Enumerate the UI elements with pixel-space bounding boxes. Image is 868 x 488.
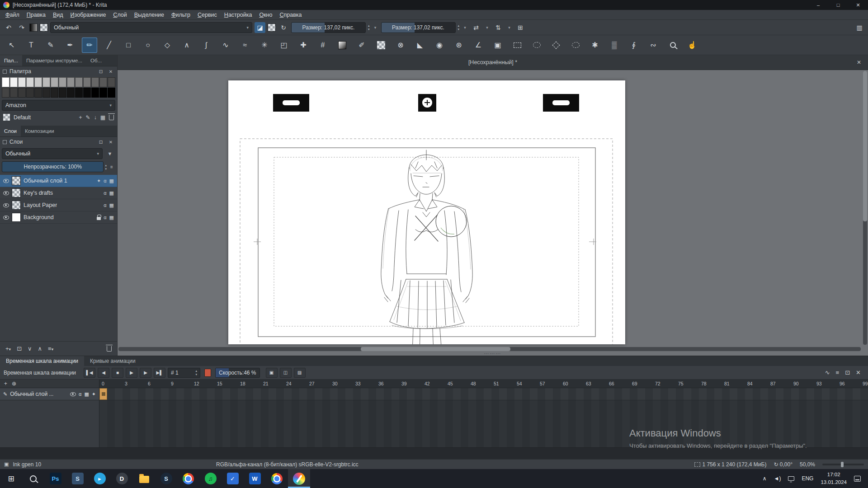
- tab-compositions[interactable]: Композиции: [21, 126, 58, 136]
- palette-swatch[interactable]: [2, 88, 9, 98]
- tab-layers[interactable]: Слои: [0, 126, 21, 136]
- size-spinner[interactable]: ▴▾: [368, 22, 370, 33]
- layer-options-menu-icon[interactable]: ≡: [108, 164, 115, 169]
- visibility-icon[interactable]: [3, 216, 9, 220]
- menu-item-6[interactable]: Фильтр: [168, 11, 194, 19]
- tool-bezier-curve[interactable]: ∫: [198, 38, 214, 53]
- close-button[interactable]: ✕: [848, 0, 868, 10]
- gradient-chooser-icon[interactable]: [29, 23, 38, 32]
- menu-item-3[interactable]: Изображение: [67, 11, 110, 19]
- canvas[interactable]: [228, 80, 625, 344]
- palette-swatch[interactable]: [75, 77, 83, 87]
- brush-size-slider[interactable]: Размер: 137,02 пикс.: [291, 22, 366, 33]
- panel-resize-handle[interactable]: ⋯⋯⋯: [484, 351, 502, 356]
- menu-item-7[interactable]: Сервис: [194, 11, 221, 19]
- reload-preset-button[interactable]: ↻: [278, 22, 289, 33]
- tool-select-shapes[interactable]: ↖: [4, 38, 19, 53]
- tool-reference-images[interactable]: ▣: [490, 38, 505, 53]
- undo-icon[interactable]: ↶: [3, 22, 14, 33]
- tool-multibrush[interactable]: ✳: [257, 38, 272, 53]
- document-tab[interactable]: [Несохранённый] *: [468, 59, 517, 66]
- tab-tool-options[interactable]: Параметры инструме...: [22, 55, 86, 66]
- zoom-slider-handle[interactable]: [841, 462, 844, 467]
- size-spinner-2[interactable]: ▴▾: [458, 22, 460, 33]
- mirror-vertical-icon[interactable]: ⇅: [493, 22, 504, 33]
- canvas-rotation[interactable]: ↻ 0,00°: [774, 461, 793, 468]
- taskbar-app-chrome-2[interactable]: [266, 469, 288, 488]
- tool-line[interactable]: ╱: [101, 38, 117, 53]
- save-palette-button[interactable]: ↓: [94, 114, 97, 121]
- visibility-icon[interactable]: [70, 392, 76, 396]
- palette-swatch[interactable]: [83, 88, 91, 98]
- notifications-button[interactable]: [850, 469, 864, 488]
- tool-move[interactable]: ✚: [296, 38, 311, 53]
- timeline-scroll-area[interactable]: [0, 447, 868, 460]
- palette-swatch[interactable]: [83, 77, 91, 87]
- palette-swatch[interactable]: [67, 88, 75, 98]
- palette-swatch[interactable]: [99, 77, 107, 87]
- timeline-layer-row[interactable]: ✎ Обычный слой ... α ▦ ✦: [0, 388, 868, 400]
- grid-icon[interactable]: ▦: [84, 391, 89, 397]
- canvas-vertical-scrollbar[interactable]: [863, 71, 867, 345]
- palette-swatch[interactable]: [108, 77, 115, 87]
- taskbar-app-chrome[interactable]: [177, 469, 199, 488]
- tool-ellipse[interactable]: ○: [140, 38, 156, 53]
- add-swatch-button[interactable]: +: [79, 114, 82, 121]
- wrap-around-icon[interactable]: ⊞: [515, 22, 526, 33]
- palette-swatch[interactable]: [51, 88, 58, 98]
- layer-properties-button[interactable]: ≡▾: [48, 345, 53, 352]
- volume-icon[interactable]: ◄): [770, 469, 785, 488]
- previous-frame-button[interactable]: ◀: [98, 368, 109, 378]
- layer-row-0[interactable]: Обычный слой 1 ✦α▦: [0, 175, 117, 187]
- close-dock-icon[interactable]: ✕: [856, 369, 861, 376]
- palette-swatch[interactable]: [91, 77, 99, 87]
- add-opacity-keyframe-icon[interactable]: ⊕: [12, 380, 16, 387]
- palette-swatch[interactable]: [59, 77, 66, 87]
- mirror-horizontal-icon[interactable]: ⇄: [471, 22, 481, 33]
- palette-select[interactable]: Amazon ▾: [2, 100, 115, 111]
- clock[interactable]: 17:02 13.01.2024: [817, 469, 850, 488]
- chevron-down-icon[interactable]: ▾: [372, 22, 379, 33]
- close-document-icon[interactable]: ✕: [857, 59, 861, 66]
- palette-swatch[interactable]: [34, 88, 42, 98]
- tool-fill[interactable]: ◣: [412, 38, 428, 53]
- taskbar-app-telegram[interactable]: ▸: [89, 469, 111, 488]
- hidden-icons-button[interactable]: ∧: [759, 469, 770, 488]
- tool-measure[interactable]: ∠: [471, 38, 486, 53]
- workspace-chooser-icon[interactable]: ▥: [854, 22, 865, 33]
- palette-swatch[interactable]: [26, 77, 34, 87]
- menu-item-9[interactable]: Окно: [255, 11, 276, 19]
- current-frame-cell[interactable]: [99, 388, 107, 400]
- start-button[interactable]: ⊞: [0, 469, 22, 488]
- next-frame-button[interactable]: ▶: [140, 368, 151, 378]
- tool-select-bezier[interactable]: ∮: [626, 38, 642, 53]
- menu-item-5[interactable]: Выделение: [131, 11, 168, 19]
- clone-view-button[interactable]: ◫: [280, 368, 292, 378]
- tab-palette[interactable]: Пал...: [0, 55, 22, 66]
- close-dock-icon[interactable]: ✕: [107, 140, 114, 145]
- layer-row-2[interactable]: Layout Paper α▦: [0, 199, 117, 211]
- maximize-button[interactable]: □: [828, 0, 848, 10]
- grid-view-button[interactable]: ▦: [100, 114, 105, 121]
- tool-pan[interactable]: ☝: [684, 38, 700, 53]
- taskbar-app-word[interactable]: W: [244, 469, 266, 488]
- palette-swatch[interactable]: [18, 88, 26, 98]
- skip-to-start-button[interactable]: ▌◀: [84, 368, 95, 378]
- palette-swatch[interactable]: [10, 77, 18, 87]
- network-icon[interactable]: [784, 469, 798, 488]
- layer-row-1[interactable]: Key's drafts α▦: [0, 187, 117, 199]
- playback-speed-spinbox[interactable]: Скорость:46 %: [215, 368, 260, 378]
- menu-item-1[interactable]: Правка: [23, 11, 49, 19]
- palette-swatch[interactable]: [42, 77, 50, 87]
- language-indicator[interactable]: ENG: [798, 469, 817, 488]
- palette-swatch[interactable]: [2, 77, 9, 87]
- minimize-button[interactable]: –: [808, 0, 828, 10]
- add-keyframe-icon[interactable]: +: [4, 380, 7, 387]
- timeline-body-frames[interactable]: [99, 400, 868, 447]
- close-dock-icon[interactable]: ✕: [107, 69, 114, 74]
- tool-transform[interactable]: ◰: [276, 38, 292, 53]
- layer-row-3[interactable]: Background α▦: [0, 211, 117, 224]
- tab-overview[interactable]: Об...: [86, 55, 106, 66]
- timeline-layer-header[interactable]: ✎ Обычный слой ... α ▦ ✦: [0, 388, 99, 400]
- taskbar-app-defender[interactable]: ✓: [222, 469, 244, 488]
